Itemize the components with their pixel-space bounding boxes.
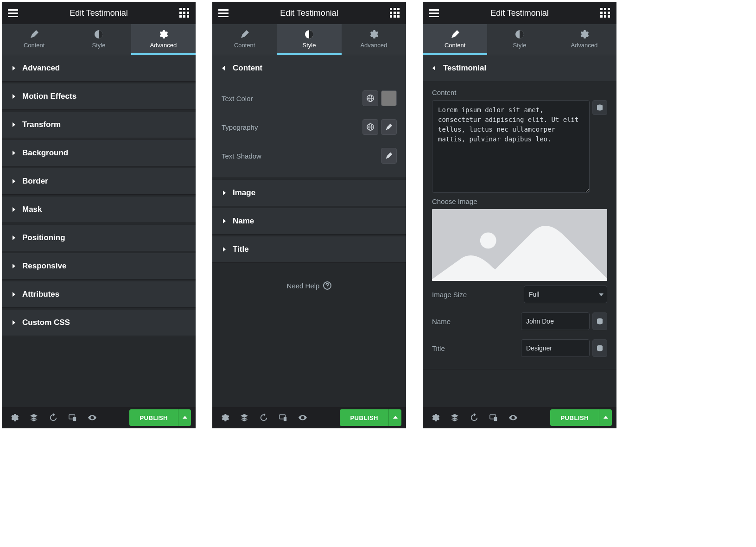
- publish-group: PUBLISH: [340, 409, 401, 426]
- chevron-right-icon: [11, 207, 16, 212]
- publish-button[interactable]: PUBLISH: [550, 409, 599, 426]
- panel-footer: PUBLISH: [423, 407, 616, 428]
- section-title: Custom CSS: [22, 318, 70, 327]
- global-color-button[interactable]: [362, 90, 378, 106]
- menu-icon[interactable]: [428, 7, 439, 19]
- section-title: Content: [233, 64, 262, 73]
- widgets-grid-icon[interactable]: [179, 7, 190, 19]
- preview-icon[interactable]: [505, 410, 521, 426]
- panel-header: Edit Testimonial: [212, 2, 406, 24]
- history-icon[interactable]: [466, 410, 482, 426]
- responsive-icon[interactable]: [65, 410, 81, 426]
- widgets-grid-icon[interactable]: [389, 7, 400, 19]
- publish-options-button[interactable]: [599, 409, 612, 426]
- tab-advanced[interactable]: Advanced: [552, 24, 616, 55]
- section-toggle[interactable]: Custom CSS: [2, 310, 196, 336]
- choose-image-label: Choose Image: [432, 197, 607, 205]
- widgets-grid-icon[interactable]: [600, 7, 611, 19]
- dynamic-tags-button[interactable]: [592, 100, 607, 115]
- publish-button[interactable]: PUBLISH: [340, 409, 388, 426]
- section-title: Title: [212, 236, 406, 263]
- tab-advanced[interactable]: Advanced: [131, 24, 196, 55]
- tab-advanced[interactable]: Advanced: [342, 24, 406, 55]
- section-toggle[interactable]: Name: [212, 208, 406, 234]
- settings-icon[interactable]: [6, 410, 22, 426]
- content-textarea[interactable]: [432, 100, 590, 193]
- section-toggle[interactable]: Advanced: [2, 55, 196, 81]
- edit-text-shadow-button[interactable]: [381, 148, 397, 164]
- content-label: Content: [432, 89, 607, 96]
- section-background: Background: [2, 140, 196, 166]
- section-toggle[interactable]: Border: [2, 168, 196, 194]
- publish-group: PUBLISH: [129, 409, 191, 426]
- navigator-icon[interactable]: [26, 410, 42, 426]
- navigator-icon[interactable]: [447, 410, 463, 426]
- dynamic-tags-button[interactable]: [592, 339, 607, 357]
- control-label: Title: [432, 344, 445, 352]
- publish-group: PUBLISH: [550, 409, 612, 426]
- section-title: Responsive: [22, 261, 66, 271]
- title-input[interactable]: [521, 339, 590, 357]
- section-toggle[interactable]: Title: [212, 236, 406, 262]
- section-toggle[interactable]: Attributes: [2, 281, 196, 307]
- dynamic-tags-button[interactable]: [592, 312, 607, 330]
- contrast-icon: [305, 30, 314, 39]
- section-title: Advanced: [22, 64, 60, 73]
- control-name: Name: [432, 308, 607, 335]
- section-toggle[interactable]: Image: [212, 180, 406, 206]
- section-mask: Mask: [2, 197, 196, 223]
- tab-style[interactable]: Style: [277, 24, 341, 55]
- image-size-value[interactable]: [524, 286, 607, 303]
- tab-label: Style: [513, 42, 527, 49]
- preview-icon[interactable]: [84, 410, 100, 426]
- help-link[interactable]: Need Help: [212, 263, 406, 308]
- settings-icon[interactable]: [427, 410, 443, 426]
- tab-label: Style: [303, 42, 316, 49]
- color-swatch[interactable]: [381, 90, 397, 106]
- section-title: Title: [233, 245, 249, 254]
- panel-title: Edit Testimonial: [229, 8, 389, 18]
- publish-button[interactable]: PUBLISH: [129, 409, 178, 426]
- section-toggle[interactable]: Background: [2, 140, 196, 166]
- settings-icon[interactable]: [217, 410, 233, 426]
- history-icon[interactable]: [45, 410, 61, 426]
- preview-icon[interactable]: [295, 410, 311, 426]
- tab-content[interactable]: Content: [2, 24, 66, 55]
- responsive-icon[interactable]: [486, 410, 502, 426]
- tab-content[interactable]: Content: [212, 24, 277, 55]
- section-toggle[interactable]: Testimonial: [423, 55, 616, 81]
- control-text-shadow: Text Shadow: [222, 141, 397, 170]
- menu-icon[interactable]: [7, 7, 19, 19]
- tab-style[interactable]: Style: [66, 24, 131, 55]
- section-toggle[interactable]: Mask: [2, 197, 196, 223]
- tab-label: Advanced: [150, 42, 177, 49]
- section-toggle[interactable]: Content: [212, 55, 406, 81]
- navigator-icon[interactable]: [236, 410, 252, 426]
- responsive-icon[interactable]: [275, 410, 291, 426]
- chevron-right-icon: [222, 247, 226, 252]
- chevron-right-icon: [11, 122, 16, 127]
- gear-icon: [369, 30, 378, 39]
- editor-panel-content: Edit Testimonial Content Style Advanced …: [423, 2, 616, 428]
- tab-content[interactable]: Content: [423, 24, 487, 55]
- section-title: Testimonial: [443, 64, 486, 73]
- image-picker[interactable]: [432, 209, 607, 281]
- section-toggle[interactable]: Positioning: [2, 225, 196, 251]
- section-advanced: Advanced: [2, 55, 196, 82]
- publish-options-button[interactable]: [178, 409, 191, 426]
- edit-typography-button[interactable]: [381, 119, 397, 135]
- section-toggle[interactable]: Responsive: [2, 253, 196, 279]
- tab-label: Advanced: [571, 42, 597, 49]
- section-toggle[interactable]: Motion Effects: [2, 83, 196, 109]
- publish-options-button[interactable]: [388, 409, 401, 426]
- menu-icon[interactable]: [218, 7, 229, 19]
- chevron-right-icon: [11, 66, 16, 70]
- history-icon[interactable]: [256, 410, 272, 426]
- tab-style[interactable]: Style: [487, 24, 552, 55]
- name-input[interactable]: [521, 312, 590, 330]
- section-toggle[interactable]: Transform: [2, 112, 196, 138]
- global-typography-button[interactable]: [362, 119, 378, 135]
- panel-body: Content Text Color Typography: [212, 55, 406, 407]
- image-size-select[interactable]: [524, 286, 607, 303]
- section-title: Transform: [22, 120, 61, 129]
